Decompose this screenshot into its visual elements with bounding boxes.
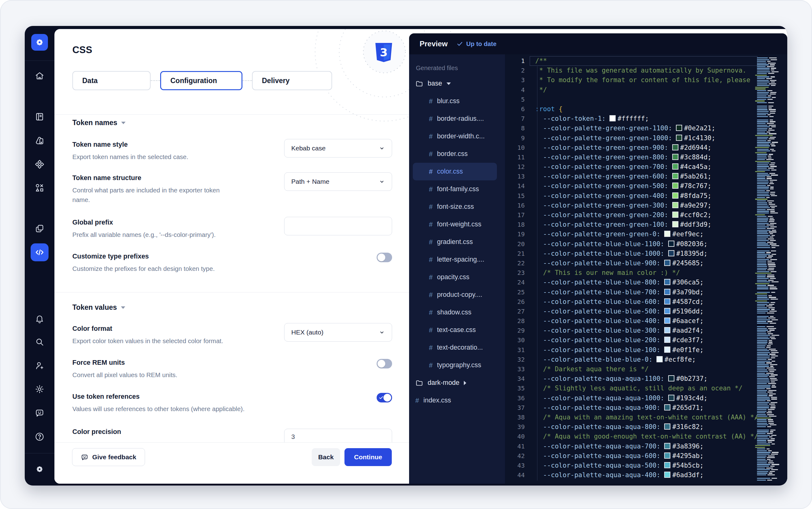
code-line: 4 */ bbox=[505, 85, 757, 95]
chevron-down-icon bbox=[379, 329, 385, 335]
minimap[interactable] bbox=[754, 58, 781, 481]
chat-smiley-icon bbox=[35, 408, 44, 418]
file-label: font-size.css bbox=[437, 203, 474, 211]
sidebar-item-documentation[interactable] bbox=[34, 111, 45, 122]
code-line: 18 --color-palette-green-green-100: #ddf… bbox=[505, 220, 757, 230]
line-number: 7 bbox=[505, 114, 530, 124]
code-line: 28 --color-palette-blue-blue-400: #6aace… bbox=[505, 316, 757, 326]
file-label: opacity.css bbox=[437, 273, 469, 281]
color-swatch bbox=[664, 452, 670, 459]
color-swatch bbox=[668, 241, 675, 247]
file-tree: Generated files base#blur.css#border-rad… bbox=[409, 54, 505, 484]
file-font-family.css[interactable]: #font-family.css bbox=[409, 180, 505, 198]
give-feedback-button[interactable]: Give feedback bbox=[72, 448, 145, 466]
button-label: Give feedback bbox=[92, 453, 136, 461]
file-color.css[interactable]: #color.css bbox=[413, 163, 497, 180]
tab-data[interactable]: Data bbox=[72, 71, 151, 90]
code-line: 6:root { bbox=[505, 104, 757, 114]
hash-icon: # bbox=[429, 150, 433, 158]
sidebar-item-components[interactable] bbox=[34, 182, 45, 193]
code-editor[interactable]: 1/**2 * This file was generated automati… bbox=[505, 54, 787, 484]
tab-configuration[interactable]: Configuration bbox=[160, 71, 243, 90]
file-font-weight.css[interactable]: #font-weight.css bbox=[409, 215, 505, 233]
file-typography.css[interactable]: #typography.css bbox=[409, 357, 505, 374]
user-plus-icon bbox=[35, 361, 44, 371]
file-text-decoratio...[interactable]: #text-decoratio... bbox=[409, 339, 505, 357]
file-product-copy....[interactable]: #product-copy.... bbox=[409, 286, 505, 304]
field-description: Export color token values in the selecte… bbox=[72, 336, 223, 346]
customize-prefixes-toggle[interactable] bbox=[377, 252, 392, 262]
color-swatch bbox=[610, 115, 616, 122]
folder-base[interactable]: base bbox=[409, 75, 505, 92]
code-line: 21 --color-palette-blue-blue-1000: #1839… bbox=[505, 249, 757, 259]
sidebar-item-help[interactable] bbox=[34, 432, 45, 442]
file-shadow.css[interactable]: #shadow.css bbox=[409, 304, 505, 321]
force-rem-toggle[interactable] bbox=[377, 359, 392, 369]
field-label: Token name style bbox=[72, 141, 128, 148]
tab-delivery[interactable]: Delivery bbox=[252, 71, 332, 90]
code-line: 14 --color-palette-green-green-500: #78c… bbox=[505, 181, 757, 191]
field-label: Color precision bbox=[72, 428, 121, 436]
sidebar-item-home[interactable] bbox=[34, 71, 45, 81]
file-label: shadow.css bbox=[437, 309, 471, 316]
file-gradient.css[interactable]: #gradient.css bbox=[409, 233, 505, 251]
sidebar-footer-logo[interactable] bbox=[34, 464, 45, 474]
color-swatch bbox=[672, 182, 679, 189]
line-number: 30 bbox=[505, 335, 530, 345]
sidebar-item-settings[interactable] bbox=[34, 384, 45, 395]
color-swatch bbox=[672, 211, 679, 218]
use-token-references-toggle[interactable] bbox=[377, 393, 392, 402]
sidebar-item-feedback[interactable] bbox=[34, 408, 45, 418]
color-format-select[interactable]: HEX (auto) bbox=[284, 323, 392, 342]
file-border-width.c...[interactable]: #border-width.c... bbox=[409, 128, 505, 145]
file-opacity.css[interactable]: #opacity.css bbox=[409, 268, 505, 286]
line-number: 14 bbox=[505, 181, 530, 191]
file-text-case.css[interactable]: #text-case.css bbox=[409, 321, 505, 339]
up-to-date-status[interactable]: Up to date bbox=[457, 40, 497, 47]
sidebar-item-tokens[interactable] bbox=[34, 159, 45, 170]
file-border-radius....[interactable]: #border-radius.... bbox=[409, 110, 505, 128]
code-line: 38 /* Aqua with an amazing text-on-white… bbox=[505, 413, 757, 422]
sidebar-item-search[interactable] bbox=[34, 337, 45, 347]
color-swatch bbox=[664, 472, 670, 478]
line-number: 6 bbox=[505, 104, 530, 114]
file-border.css[interactable]: #border.css bbox=[409, 145, 505, 163]
file-blur.css[interactable]: #blur.css bbox=[409, 92, 505, 110]
file-label: gradient.css bbox=[437, 238, 473, 246]
field-description: Control what parts are included in the e… bbox=[72, 185, 233, 205]
line-number: 16 bbox=[505, 201, 530, 210]
section-token-values[interactable]: Token values bbox=[72, 303, 125, 312]
color-swatch bbox=[676, 125, 682, 131]
token-name-style-select[interactable]: Kebab case bbox=[284, 139, 392, 158]
code-line: 11 --color-palette-green-green-800: #3c8… bbox=[505, 152, 757, 162]
line-number: 26 bbox=[505, 297, 530, 307]
components-shapes-icon bbox=[35, 183, 44, 193]
field-label: Force REM units bbox=[72, 359, 125, 367]
back-button[interactable]: Back bbox=[312, 448, 340, 466]
bell-icon bbox=[35, 314, 44, 324]
line-number: 11 bbox=[505, 152, 530, 162]
sidebar-item-notifications[interactable] bbox=[34, 313, 45, 324]
global-prefix-input[interactable] bbox=[284, 217, 392, 235]
sidebar-item-code-exporter[interactable] bbox=[31, 243, 49, 261]
supernova-logo-button[interactable] bbox=[31, 34, 48, 50]
sidebar-item-duplicates[interactable] bbox=[34, 223, 45, 234]
file-label: border.css bbox=[437, 150, 468, 158]
line-number: 39 bbox=[505, 422, 530, 432]
line-number: 13 bbox=[505, 172, 530, 181]
code-line: 44 --color-palette-aqua-aqua-400: #6ad3d… bbox=[505, 470, 757, 480]
sidebar-item-brand-assets[interactable] bbox=[34, 135, 45, 146]
hash-icon: # bbox=[429, 291, 433, 299]
file-letter-spacing....[interactable]: #letter-spacing.... bbox=[409, 251, 505, 268]
file-index.css[interactable]: #index.css bbox=[409, 392, 505, 409]
code-line: 19 --color-palette-green-green-0: #eef9e… bbox=[505, 230, 757, 239]
sidebar-item-invite-user[interactable] bbox=[34, 361, 45, 371]
line-number: 12 bbox=[505, 162, 530, 172]
color-swatch bbox=[672, 173, 679, 179]
token-name-structure-select[interactable]: Path + Name bbox=[284, 172, 392, 191]
file-font-size.css[interactable]: #font-size.css bbox=[409, 198, 505, 215]
continue-button[interactable]: Continue bbox=[344, 448, 392, 466]
section-token-names[interactable]: Token names bbox=[72, 118, 126, 127]
code-line: 43 --color-palette-aqua-aqua-500: #54b5c… bbox=[505, 461, 757, 470]
folder-dark-mode[interactable]: dark-mode bbox=[409, 374, 505, 392]
